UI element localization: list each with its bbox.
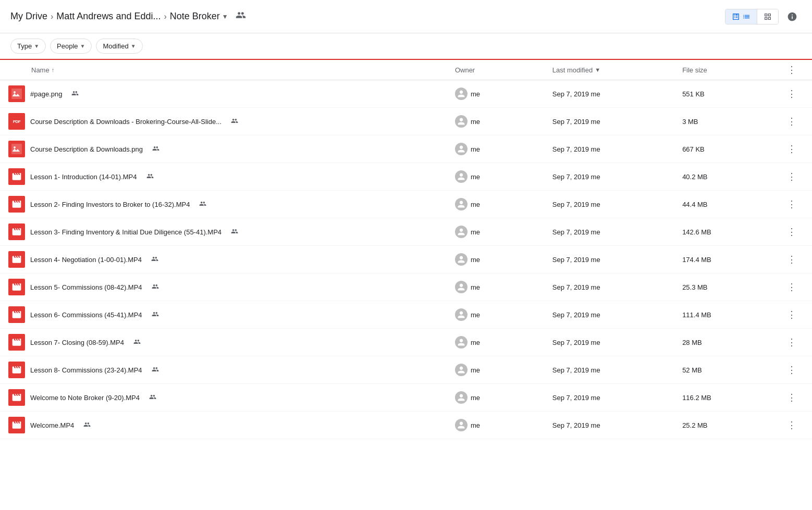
modified-cell: Sep 7, 2019 me xyxy=(544,384,674,412)
modified-filter-button[interactable]: Modified ▼ xyxy=(96,39,142,54)
avatar xyxy=(455,253,467,266)
breadcrumb-parent[interactable]: Matt Andrews and Eddi... xyxy=(56,11,161,22)
folder-shared-icon xyxy=(236,10,246,23)
avatar xyxy=(455,281,467,293)
file-name: Lesson 3- Finding Inventory & Initial Du… xyxy=(30,228,222,236)
owner-name: me xyxy=(471,90,480,98)
name-cell: Welcome.MP4 xyxy=(8,417,438,433)
name-cell: Lesson 8- Commissions (23-24).MP4 xyxy=(8,362,438,378)
file-more-button[interactable]: ⋮ xyxy=(783,418,801,432)
table-row[interactable]: Welcome to Note Broker (9-20).MP4 me Sep… xyxy=(0,384,812,412)
grid-view-button[interactable] xyxy=(757,9,778,24)
table-row[interactable]: Course Description & Downloads.png me Se… xyxy=(0,135,812,163)
file-more-button[interactable]: ⋮ xyxy=(783,391,801,404)
avatar xyxy=(455,419,467,431)
file-more-button[interactable]: ⋮ xyxy=(783,115,801,128)
file-more-button[interactable]: ⋮ xyxy=(783,280,801,294)
name-col-label: Name xyxy=(31,66,50,74)
file-more-button[interactable]: ⋮ xyxy=(783,170,801,183)
breadcrumb-sep-2: › xyxy=(164,12,166,21)
modified-column-header[interactable]: Last modified ▼ xyxy=(544,60,674,80)
size-column-header[interactable]: File size xyxy=(674,60,771,80)
file-more-button[interactable]: ⋮ xyxy=(783,225,801,239)
people-filter-label: People xyxy=(57,42,78,50)
file-more-button[interactable]: ⋮ xyxy=(783,335,801,349)
breadcrumb-current[interactable]: Note Broker ▼ xyxy=(170,11,228,22)
size-col-label: File size xyxy=(682,66,707,74)
file-more-button[interactable]: ⋮ xyxy=(783,253,801,266)
table-row[interactable]: Lesson 3- Finding Inventory & Initial Du… xyxy=(0,218,812,246)
table-row[interactable]: Lesson 5- Commissions (08-42).MP4 me Sep… xyxy=(0,273,812,301)
modified-sort-icon: ▼ xyxy=(595,67,600,73)
file-table: Name ↑ Owner Last modified ▼ File size xyxy=(0,60,812,439)
name-cell: Lesson 6- Commissions (45-41).MP4 xyxy=(8,306,438,323)
modified-cell: Sep 7, 2019 me xyxy=(544,80,674,108)
breadcrumb-dropdown-icon[interactable]: ▼ xyxy=(222,13,228,20)
file-more-button[interactable]: ⋮ xyxy=(783,197,801,211)
owner-cell: me xyxy=(455,391,536,404)
name-cell: Lesson 5- Commissions (08-42).MP4 xyxy=(8,279,438,295)
owner-name: me xyxy=(471,118,480,126)
avatar xyxy=(455,115,467,128)
name-cell: Welcome to Note Broker (9-20).MP4 xyxy=(8,389,438,406)
file-more-button[interactable]: ⋮ xyxy=(783,142,801,156)
file-name: Lesson 7- Closing (08-59).MP4 xyxy=(30,339,124,346)
table-row[interactable]: Lesson 6- Commissions (45-41).MP4 me Sep… xyxy=(0,301,812,329)
actions-col-menu-icon[interactable]: ⋮ xyxy=(787,65,796,75)
size-cell: 174.4 MB xyxy=(674,246,771,273)
table-row[interactable]: Lesson 8- Commissions (23-24).MP4 me Sep… xyxy=(0,356,812,384)
avatar xyxy=(455,170,467,183)
header: My Drive › Matt Andrews and Eddi... › No… xyxy=(0,0,812,33)
name-cell: Lesson 3- Finding Inventory & Initial Du… xyxy=(8,223,438,240)
owner-name: me xyxy=(471,339,480,346)
table-row[interactable]: Lesson 1- Introduction (14-01).MP4 me Se… xyxy=(0,163,812,191)
table-row[interactable]: #page.png me Sep 7, 2019 me551 KB⋮ xyxy=(0,80,812,108)
owner-name: me xyxy=(471,394,480,402)
shared-people-icon xyxy=(81,421,91,430)
table-row[interactable]: Lesson 2- Finding Investors to Broker to… xyxy=(0,191,812,218)
avatar xyxy=(455,88,467,100)
owner-column-header[interactable]: Owner xyxy=(447,60,544,80)
owner-name: me xyxy=(471,145,480,153)
file-more-button[interactable]: ⋮ xyxy=(783,308,801,321)
table-row[interactable]: Welcome.MP4 me Sep 7, 2019 me25.2 MB⋮ xyxy=(0,412,812,439)
file-icon-mp4 xyxy=(8,417,25,433)
file-icon-mp4 xyxy=(8,362,25,378)
table-row[interactable]: Lesson 7- Closing (08-59).MP4 me Sep 7, … xyxy=(0,329,812,356)
owner-cell: me xyxy=(455,253,536,266)
svg-rect-2 xyxy=(11,144,22,154)
name-column-header[interactable]: Name ↑ xyxy=(0,60,447,80)
people-filter-button[interactable]: People ▼ xyxy=(50,39,92,54)
file-icon-mp4 xyxy=(8,334,25,351)
size-cell: 44.4 MB xyxy=(674,191,771,218)
shared-people-icon xyxy=(144,172,154,181)
shared-people-icon xyxy=(149,255,158,264)
shared-people-icon xyxy=(150,366,159,375)
modified-filter-label: Modified xyxy=(103,42,128,50)
type-filter-button[interactable]: Type ▼ xyxy=(10,39,46,54)
info-button[interactable] xyxy=(783,7,802,26)
owner-name: me xyxy=(471,228,480,236)
file-table-body: #page.png me Sep 7, 2019 me551 KB⋮ PDF C… xyxy=(0,80,812,439)
breadcrumb-sep-1: › xyxy=(51,12,53,21)
breadcrumb-root[interactable]: My Drive xyxy=(10,11,47,22)
file-more-button[interactable]: ⋮ xyxy=(783,363,801,377)
list-view-button[interactable] xyxy=(725,9,757,24)
modified-cell: Sep 7, 2019 me xyxy=(544,135,674,163)
file-name: Lesson 5- Commissions (08-42).MP4 xyxy=(30,283,142,291)
table-row[interactable]: Lesson 4- Negotiation (1-00-01).MP4 me S… xyxy=(0,246,812,273)
modified-cell: Sep 7, 2019 me xyxy=(544,329,674,356)
file-more-button[interactable]: ⋮ xyxy=(783,87,801,101)
svg-rect-0 xyxy=(11,89,22,99)
shared-people-icon xyxy=(197,200,206,209)
modified-cell: Sep 7, 2019 me xyxy=(544,273,674,301)
name-cell: #page.png xyxy=(8,85,438,102)
size-cell: 28 MB xyxy=(674,329,771,356)
table-row[interactable]: PDF Course Description & Downloads - Bro… xyxy=(0,108,812,135)
file-name: Welcome to Note Broker (9-20).MP4 xyxy=(30,394,140,402)
shared-people-icon xyxy=(229,117,238,126)
shared-people-icon xyxy=(150,310,159,319)
size-cell: 111.4 MB xyxy=(674,301,771,329)
people-filter-chevron-icon: ▼ xyxy=(80,43,85,49)
file-icon-mp4 xyxy=(8,389,25,406)
